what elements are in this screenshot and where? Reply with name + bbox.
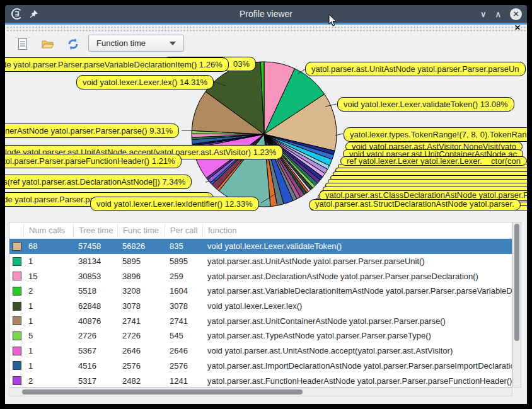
callout-label: ns(ref yatol.parser.ast.DeclarationAstNo… [5,175,192,189]
column-header[interactable]: Per call [165,224,202,236]
minimize-button[interactable]: ∨ [480,10,487,18]
close-button[interactable]: ✕ [510,8,522,20]
callout-label: void yatol.lexer.Lexer.validateToken() 1… [337,97,514,112]
cell-function: void yatol.lexer.Lexer.validateToken() [202,241,512,251]
cell-per_call: 1241 [165,376,202,386]
cell-num_calls: 2 [23,286,73,296]
cell-per_call: 3078 [165,301,202,311]
cell-func_time: 3078 [117,301,165,311]
cell-tree_time: 5317 [73,376,117,386]
callout-label: yatol.parser.ast.UnitAstNode yatol.parse… [305,62,526,76]
table-header[interactable]: Num callsTree timeFunc timePer callfunct… [9,222,512,239]
cell-num_calls: 15 [23,272,73,281]
table-row[interactable]: 1536726462646void yatol.parser.ast.UnitA… [9,343,512,359]
table-row[interactable]: 1451625762576yatol.parser.ast.ImportDecl… [9,359,512,374]
table-row[interactable]: 16284830783078void yatol.lexer.Lexer.lex… [9,299,512,314]
cell-function: void yatol.parser.ast.UnitAstNode.accept… [202,346,512,355]
callout-label: void yatol.lexer.Lexer.lexIdentifier() 1… [90,197,259,211]
cell-func_time: 3896 [117,272,165,281]
cell-func_time: 56826 [117,241,165,251]
cell-function: yatol.parser.ast.FunctionHeaderAstNode y… [202,376,512,386]
table-row[interactable]: 15308533896259yatol.parser.ast.Declarati… [9,268,512,284]
color-swatch [13,347,21,355]
column-header[interactable]: Tree time [73,224,117,236]
app-logo-icon: Ǝ [11,8,23,20]
color-swatch [13,287,21,296]
callout-label: yatol.lexer.types.TokenRange!(7, 8, 0).T… [344,127,527,142]
pin-icon[interactable] [29,9,38,19]
window-title: Profile viewer [5,9,527,19]
table-row[interactable]: 685745856826835void yatol.lexer.Lexer.va… [9,239,512,254]
cell-per_call: 2646 [165,346,202,355]
window-body: ✕ [5,25,527,404]
cell-num_calls: 5 [23,331,73,340]
color-swatch [13,272,21,280]
column-header[interactable] [9,224,23,236]
vertical-scrollbar[interactable] [512,222,521,388]
cell-func_time: 2741 [117,316,165,326]
titlebar[interactable]: Ǝ Profile viewer ∨ ∧ ✕ [5,5,527,23]
cell-tree_time: 30853 [73,272,117,281]
cell-tree_time: 4516 [73,361,117,371]
color-swatch [13,242,21,251]
callout-label: ode yatol.parser.Parser.parseVariableDec… [5,57,229,72]
callout-label: ainerAstNode yatol.parser.Parser.parse()… [5,124,179,138]
cell-function: yatol.parser.ast.TypeAstNode yatol.parse… [202,331,512,340]
callout-label: atol.parser.Parser.parseFunctionHeader()… [5,154,182,168]
cell-per_call: 835 [165,241,202,251]
cell-num_calls: 1 [23,301,73,311]
cell-num_calls: 1 [23,361,73,371]
cell-func_time: 5895 [117,256,165,266]
table-row[interactable]: 2551832081604yatol.parser.ast.VariableDe… [9,284,512,299]
cell-tree_time: 5518 [73,286,117,296]
cell-tree_time: 38134 [73,256,117,266]
callout-label: void yatol.lexer.Lexer.lex() 14.31% [76,75,214,89]
cell-num_calls: 68 [23,241,73,251]
screen: Ǝ Profile viewer ∨ ∧ ✕ ✕ [0,0,532,409]
cell-func_time: 3208 [117,286,165,296]
cell-tree_time: 62848 [73,301,117,311]
cell-num_calls: 1 [23,256,73,266]
column-header[interactable]: Func time [117,224,165,236]
callout-label: ref yatol.lexer.Lexer yatol.lexer.Lexer.… [340,156,527,166]
function-table[interactable]: Num callsTree timeFunc timePer callfunct… [9,222,512,388]
color-swatch [13,302,21,311]
profile-viewer-window: Ǝ Profile viewer ∨ ∧ ✕ ✕ [5,5,527,404]
table-row[interactable]: 527262726545yatol.parser.ast.TypeAstNode… [9,328,512,343]
cell-function: yatol.parser.ast.UnitContainerAstNode ya… [202,316,512,326]
color-swatch [13,361,21,370]
cell-function: yatol.parser.ast.DeclarationAstNode yato… [202,272,512,281]
mouse-cursor [328,14,337,27]
horizontal-scrollbar[interactable] [9,388,512,396]
table-row[interactable]: 2531724821241yatol.parser.ast.FunctionHe… [9,373,512,388]
cell-num_calls: 2 [23,376,73,386]
color-swatch [13,331,21,340]
cell-func_time: 2726 [117,331,165,340]
cell-tree_time: 40876 [73,316,117,326]
cell-per_call: 1604 [165,286,202,296]
cell-func_time: 2576 [117,361,165,371]
column-header[interactable]: Num calls [23,224,73,236]
cell-function: yatol.parser.ast.VariableDeclarationItem… [202,286,512,296]
color-swatch [13,376,21,385]
cell-num_calls: 1 [23,316,73,326]
cell-function: void yatol.lexer.Lexer.lex() [202,301,512,311]
cell-per_call: 2741 [165,316,202,326]
vertical-scrollbar-thumb[interactable] [514,224,519,341]
cell-func_time: 2482 [117,376,165,386]
color-swatch [13,257,21,266]
table-row[interactable]: 13813458955895yatol.parser.ast.UnitAstNo… [9,254,512,269]
horizontal-scrollbar-thumb[interactable] [22,389,303,395]
cell-per_call: 545 [165,331,202,340]
cell-tree_time: 5367 [73,346,117,355]
column-header[interactable]: function [202,224,512,236]
callout-label: yatol.parser.ast.StructDeclarationAstNod… [309,199,521,210]
color-swatch [13,316,21,325]
cell-func_time: 2646 [117,346,165,355]
maximize-button[interactable]: ∧ [495,10,501,18]
cell-tree_time: 57458 [73,241,117,251]
cell-per_call: 259 [165,272,202,281]
table-row[interactable]: 14087627412741yatol.parser.ast.UnitConta… [9,313,512,328]
cell-per_call: 5895 [165,256,202,266]
cell-function: yatol.parser.ast.UnitAstNode yatol.parse… [202,256,512,266]
